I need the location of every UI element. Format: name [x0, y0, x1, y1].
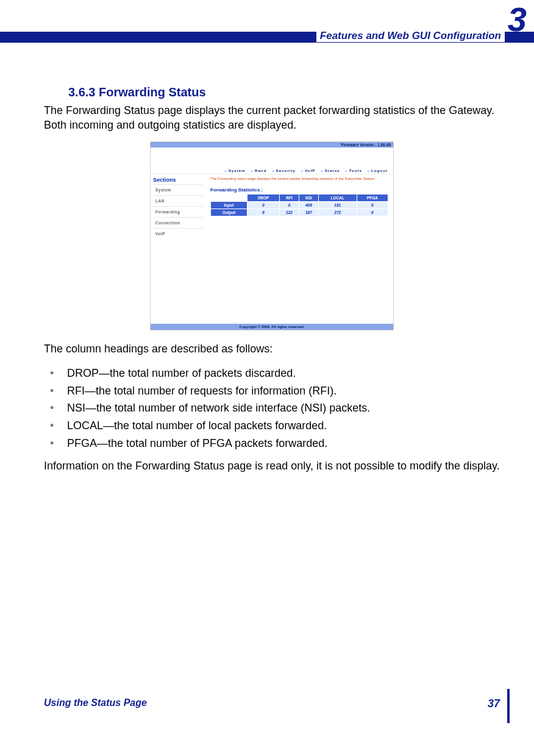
sidebar-item-voip[interactable]: VoIP — [153, 228, 203, 239]
list-item: DROP—the total number of packets discard… — [44, 365, 500, 382]
cell: 272 — [318, 209, 357, 216]
cell: 0 — [280, 202, 299, 209]
forwarding-table: DROP RFI NSI LOCAL PFGA Input 0 0 406 18… — [210, 194, 388, 216]
menu-item[interactable]: Logout — [371, 168, 388, 173]
list-item: PFGA—the total number of PFGA packets fo… — [44, 435, 500, 452]
sidebar-item-system[interactable]: System — [153, 184, 203, 195]
cell: 187 — [299, 209, 318, 216]
table-title: Forwarding Statistics : — [210, 187, 388, 193]
top-menu: »System »Band »Security »VoIP »Status »T… — [151, 167, 393, 174]
sidebar-item-forwarding[interactable]: Forwarding — [153, 206, 203, 217]
header-bar: Features and Web GUI Configuration — [0, 32, 534, 43]
embedded-screenshot: Firmware Version : 1.00.06 »System »Band… — [150, 141, 394, 330]
cell: 0 — [357, 202, 388, 209]
cell: 181 — [318, 202, 357, 209]
col-local: LOCAL — [318, 194, 357, 202]
list-item: NSI—the total number of network side int… — [44, 399, 500, 417]
page-content: 3.6.3 Forwarding Status The Forwarding S… — [44, 85, 500, 482]
post-shot-paragraph: The column headings are described as fol… — [44, 341, 500, 356]
row-label: Output — [211, 209, 247, 216]
menu-item[interactable]: Band — [255, 168, 266, 173]
col-pfga: PFGA — [357, 194, 388, 202]
cell: 406 — [299, 202, 318, 209]
main-pane: The Forwarding status page displays the … — [205, 174, 393, 302]
chapter-title: Features and Web GUI Configuration — [316, 30, 505, 42]
table-row: Output 6 222 187 272 0 — [211, 209, 388, 216]
page-number: 37 — [488, 697, 500, 710]
sidebar-title: Sections — [153, 177, 203, 183]
col-rfi: RFI — [280, 194, 299, 202]
table-row: Input 0 0 406 181 0 — [211, 202, 388, 209]
copyright-footer: Copyright © 2008. All rights reserved. — [151, 324, 393, 330]
cell: 0 — [247, 202, 279, 209]
column-descriptions: DROP—the total number of packets discard… — [44, 365, 500, 452]
cell: 0 — [357, 209, 388, 216]
cell: 6 — [247, 209, 279, 216]
row-label: Input — [211, 202, 247, 209]
firmware-version: Firmware Version : 1.00.06 — [151, 142, 393, 148]
list-item: LOCAL—the total number of local packets … — [44, 417, 500, 435]
intro-paragraph: The Forwarding Status page displays the … — [44, 103, 500, 133]
footer-rule — [507, 689, 510, 723]
cell: 222 — [280, 209, 299, 216]
col-drop: DROP — [247, 194, 279, 202]
section-heading: 3.6.3 Forwarding Status — [68, 85, 500, 99]
menu-item[interactable]: Status — [325, 168, 340, 173]
list-item: RFI—the total number of requests for inf… — [44, 382, 500, 400]
sidebar-item-connection[interactable]: Connection — [153, 217, 203, 228]
footer-section-title: Using the Status Page — [44, 697, 147, 708]
menu-item[interactable]: Security — [276, 168, 296, 173]
col-nsi: NSI — [299, 194, 318, 202]
closing-paragraph: Information on the Forwarding Status pag… — [44, 458, 500, 473]
sidebar-item-lan[interactable]: LAN — [153, 195, 203, 206]
menu-item[interactable]: Tools — [349, 168, 362, 173]
menu-item[interactable]: System — [229, 168, 246, 173]
pane-description: The Forwarding status page displays the … — [210, 177, 388, 182]
sidebar: Sections System LAN Forwarding Connectio… — [151, 174, 205, 302]
menu-item[interactable]: VoIP — [305, 168, 315, 173]
